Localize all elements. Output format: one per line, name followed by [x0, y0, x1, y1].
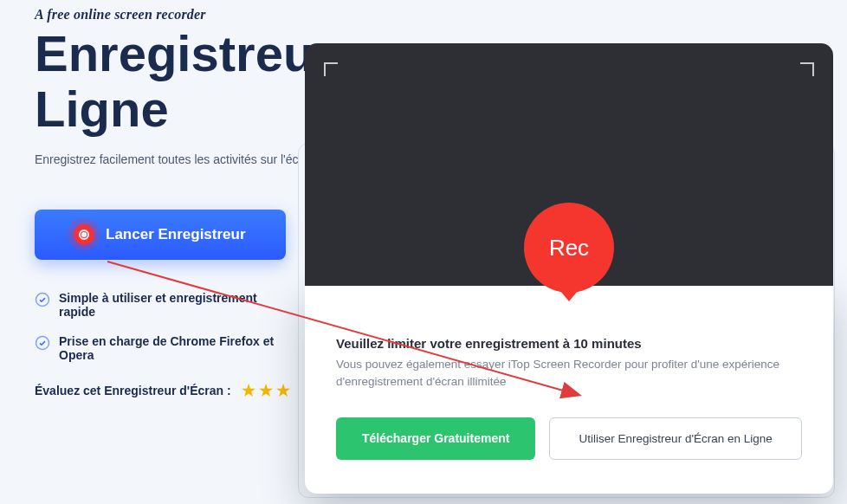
popup-description: Vous pouvez également essayer iTop Scree… [336, 356, 802, 391]
feature-label: Simple à utiliser et enregistrement rapi… [59, 291, 294, 319]
crop-corner-icon [324, 62, 338, 76]
feature-item: Prise en charge de Chrome Firefox et Ope… [35, 334, 294, 362]
rating-label: Évaluez cet Enregistreur d'Écran : [35, 384, 231, 397]
use-online-recorder-button[interactable]: Utiliser Enregistreur d'Écran en Ligne [549, 417, 802, 460]
screen-preview: Rec [305, 43, 833, 286]
star-icon: ★ [276, 381, 290, 400]
star-icon: ★ [242, 381, 255, 400]
launch-recorder-button[interactable]: Lancer Enregistreur [35, 210, 286, 260]
svg-point-0 [36, 293, 49, 306]
check-icon [35, 292, 50, 307]
hero-tagline: A free online screen recorder [35, 7, 812, 23]
svg-point-1 [36, 336, 49, 349]
download-free-button[interactable]: Télécharger Gratuitement [336, 417, 535, 460]
popup-title: Veuillez limiter votre enregistrement à … [336, 336, 802, 351]
feature-item: Simple à utiliser et enregistrement rapi… [35, 291, 294, 319]
launch-recorder-label: Lancer Enregistreur [106, 226, 246, 243]
record-button-label: Rec [549, 235, 589, 262]
rating-stars[interactable]: ★ ★ ★ [242, 381, 290, 400]
crop-corner-icon [800, 62, 814, 76]
feature-label: Prise en charge de Chrome Firefox et Ope… [59, 334, 294, 362]
recorder-popup: Rec Veuillez limiter votre enregistremen… [305, 43, 833, 494]
record-button[interactable]: Rec [524, 203, 614, 293]
hero-title-line2: Ligne [35, 81, 169, 137]
check-icon [35, 335, 50, 351]
hero-title-line1: Enregistreur [35, 25, 333, 81]
pointer-down-icon [560, 291, 578, 301]
star-icon: ★ [259, 381, 273, 400]
record-icon [74, 225, 94, 244]
